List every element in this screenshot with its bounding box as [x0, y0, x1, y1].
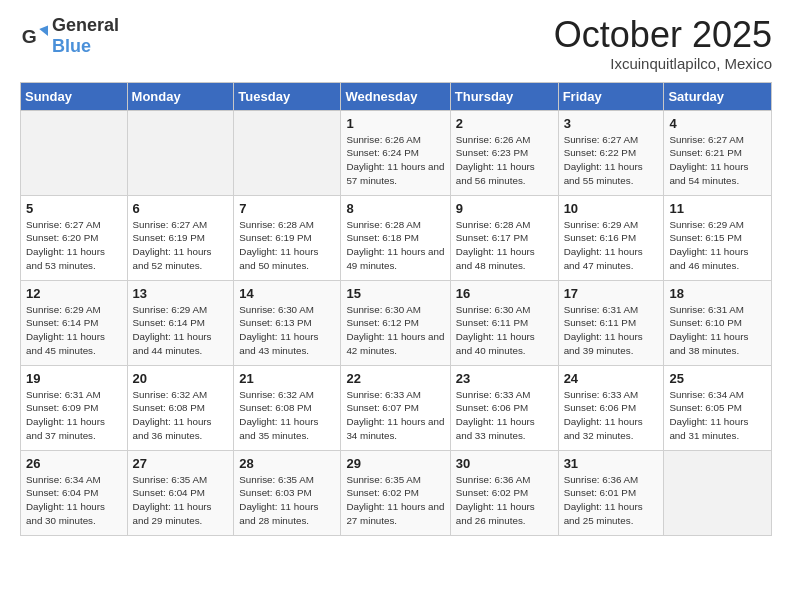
- col-tuesday: Tuesday: [234, 82, 341, 110]
- table-row: 7Sunrise: 6:28 AMSunset: 6:19 PMDaylight…: [234, 195, 341, 280]
- logo-blue: Blue: [52, 36, 91, 56]
- day-number: 17: [564, 286, 659, 301]
- calendar-week-row: 12Sunrise: 6:29 AMSunset: 6:14 PMDayligh…: [21, 280, 772, 365]
- day-info: Sunrise: 6:35 AMSunset: 6:02 PMDaylight:…: [346, 473, 444, 528]
- day-info: Sunrise: 6:36 AMSunset: 6:02 PMDaylight:…: [456, 473, 553, 528]
- day-info: Sunrise: 6:30 AMSunset: 6:12 PMDaylight:…: [346, 303, 444, 358]
- day-number: 20: [133, 371, 229, 386]
- table-row: 21Sunrise: 6:32 AMSunset: 6:08 PMDayligh…: [234, 365, 341, 450]
- table-row: 26Sunrise: 6:34 AMSunset: 6:04 PMDayligh…: [21, 450, 128, 535]
- table-row: 22Sunrise: 6:33 AMSunset: 6:07 PMDayligh…: [341, 365, 450, 450]
- day-info: Sunrise: 6:32 AMSunset: 6:08 PMDaylight:…: [239, 388, 335, 443]
- header: G General Blue October 2025 Ixcuinquitla…: [20, 15, 772, 72]
- table-row: 5Sunrise: 6:27 AMSunset: 6:20 PMDaylight…: [21, 195, 128, 280]
- day-number: 15: [346, 286, 444, 301]
- table-row: 8Sunrise: 6:28 AMSunset: 6:18 PMDaylight…: [341, 195, 450, 280]
- logo-text: General Blue: [52, 15, 119, 57]
- day-info: Sunrise: 6:31 AMSunset: 6:09 PMDaylight:…: [26, 388, 122, 443]
- table-row: 3Sunrise: 6:27 AMSunset: 6:22 PMDaylight…: [558, 110, 664, 195]
- day-number: 5: [26, 201, 122, 216]
- col-thursday: Thursday: [450, 82, 558, 110]
- day-info: Sunrise: 6:28 AMSunset: 6:18 PMDaylight:…: [346, 218, 444, 273]
- day-number: 24: [564, 371, 659, 386]
- day-number: 16: [456, 286, 553, 301]
- day-number: 18: [669, 286, 766, 301]
- table-row: 12Sunrise: 6:29 AMSunset: 6:14 PMDayligh…: [21, 280, 128, 365]
- location: Ixcuinquitlapilco, Mexico: [554, 55, 772, 72]
- col-friday: Friday: [558, 82, 664, 110]
- svg-marker-1: [39, 26, 48, 37]
- table-row: 13Sunrise: 6:29 AMSunset: 6:14 PMDayligh…: [127, 280, 234, 365]
- month-title: October 2025: [554, 15, 772, 55]
- table-row: 17Sunrise: 6:31 AMSunset: 6:11 PMDayligh…: [558, 280, 664, 365]
- day-number: 22: [346, 371, 444, 386]
- day-info: Sunrise: 6:31 AMSunset: 6:11 PMDaylight:…: [564, 303, 659, 358]
- table-row: 24Sunrise: 6:33 AMSunset: 6:06 PMDayligh…: [558, 365, 664, 450]
- calendar-week-row: 26Sunrise: 6:34 AMSunset: 6:04 PMDayligh…: [21, 450, 772, 535]
- day-number: 19: [26, 371, 122, 386]
- table-row: 30Sunrise: 6:36 AMSunset: 6:02 PMDayligh…: [450, 450, 558, 535]
- day-info: Sunrise: 6:34 AMSunset: 6:04 PMDaylight:…: [26, 473, 122, 528]
- table-row: 10Sunrise: 6:29 AMSunset: 6:16 PMDayligh…: [558, 195, 664, 280]
- day-info: Sunrise: 6:31 AMSunset: 6:10 PMDaylight:…: [669, 303, 766, 358]
- page: G General Blue October 2025 Ixcuinquitla…: [0, 0, 792, 612]
- table-row: [21, 110, 128, 195]
- logo-icon: G: [20, 22, 48, 50]
- table-row: 23Sunrise: 6:33 AMSunset: 6:06 PMDayligh…: [450, 365, 558, 450]
- day-info: Sunrise: 6:30 AMSunset: 6:13 PMDaylight:…: [239, 303, 335, 358]
- table-row: 16Sunrise: 6:30 AMSunset: 6:11 PMDayligh…: [450, 280, 558, 365]
- col-monday: Monday: [127, 82, 234, 110]
- day-info: Sunrise: 6:33 AMSunset: 6:07 PMDaylight:…: [346, 388, 444, 443]
- table-row: 20Sunrise: 6:32 AMSunset: 6:08 PMDayligh…: [127, 365, 234, 450]
- calendar-header-row: Sunday Monday Tuesday Wednesday Thursday…: [21, 82, 772, 110]
- table-row: [234, 110, 341, 195]
- day-info: Sunrise: 6:35 AMSunset: 6:04 PMDaylight:…: [133, 473, 229, 528]
- day-info: Sunrise: 6:29 AMSunset: 6:14 PMDaylight:…: [133, 303, 229, 358]
- day-number: 8: [346, 201, 444, 216]
- table-row: [664, 450, 772, 535]
- day-number: 30: [456, 456, 553, 471]
- table-row: 18Sunrise: 6:31 AMSunset: 6:10 PMDayligh…: [664, 280, 772, 365]
- day-number: 6: [133, 201, 229, 216]
- day-info: Sunrise: 6:36 AMSunset: 6:01 PMDaylight:…: [564, 473, 659, 528]
- col-wednesday: Wednesday: [341, 82, 450, 110]
- table-row: 1Sunrise: 6:26 AMSunset: 6:24 PMDaylight…: [341, 110, 450, 195]
- day-number: 9: [456, 201, 553, 216]
- svg-text:G: G: [22, 26, 37, 47]
- day-info: Sunrise: 6:29 AMSunset: 6:14 PMDaylight:…: [26, 303, 122, 358]
- day-info: Sunrise: 6:27 AMSunset: 6:20 PMDaylight:…: [26, 218, 122, 273]
- day-info: Sunrise: 6:27 AMSunset: 6:19 PMDaylight:…: [133, 218, 229, 273]
- table-row: 28Sunrise: 6:35 AMSunset: 6:03 PMDayligh…: [234, 450, 341, 535]
- day-info: Sunrise: 6:33 AMSunset: 6:06 PMDaylight:…: [456, 388, 553, 443]
- day-number: 25: [669, 371, 766, 386]
- day-info: Sunrise: 6:29 AMSunset: 6:15 PMDaylight:…: [669, 218, 766, 273]
- table-row: 29Sunrise: 6:35 AMSunset: 6:02 PMDayligh…: [341, 450, 450, 535]
- day-info: Sunrise: 6:30 AMSunset: 6:11 PMDaylight:…: [456, 303, 553, 358]
- table-row: 2Sunrise: 6:26 AMSunset: 6:23 PMDaylight…: [450, 110, 558, 195]
- calendar-week-row: 1Sunrise: 6:26 AMSunset: 6:24 PMDaylight…: [21, 110, 772, 195]
- day-info: Sunrise: 6:26 AMSunset: 6:23 PMDaylight:…: [456, 133, 553, 188]
- day-info: Sunrise: 6:28 AMSunset: 6:17 PMDaylight:…: [456, 218, 553, 273]
- day-number: 11: [669, 201, 766, 216]
- table-row: 27Sunrise: 6:35 AMSunset: 6:04 PMDayligh…: [127, 450, 234, 535]
- day-number: 1: [346, 116, 444, 131]
- day-info: Sunrise: 6:28 AMSunset: 6:19 PMDaylight:…: [239, 218, 335, 273]
- calendar-week-row: 5Sunrise: 6:27 AMSunset: 6:20 PMDaylight…: [21, 195, 772, 280]
- table-row: [127, 110, 234, 195]
- logo: G General Blue: [20, 15, 119, 57]
- day-number: 14: [239, 286, 335, 301]
- day-info: Sunrise: 6:33 AMSunset: 6:06 PMDaylight:…: [564, 388, 659, 443]
- day-number: 28: [239, 456, 335, 471]
- title-block: October 2025 Ixcuinquitlapilco, Mexico: [554, 15, 772, 72]
- day-number: 10: [564, 201, 659, 216]
- day-info: Sunrise: 6:29 AMSunset: 6:16 PMDaylight:…: [564, 218, 659, 273]
- table-row: 14Sunrise: 6:30 AMSunset: 6:13 PMDayligh…: [234, 280, 341, 365]
- table-row: 31Sunrise: 6:36 AMSunset: 6:01 PMDayligh…: [558, 450, 664, 535]
- logo-general: General: [52, 15, 119, 35]
- day-number: 4: [669, 116, 766, 131]
- day-info: Sunrise: 6:27 AMSunset: 6:22 PMDaylight:…: [564, 133, 659, 188]
- calendar: Sunday Monday Tuesday Wednesday Thursday…: [20, 82, 772, 536]
- day-number: 12: [26, 286, 122, 301]
- day-number: 29: [346, 456, 444, 471]
- day-number: 21: [239, 371, 335, 386]
